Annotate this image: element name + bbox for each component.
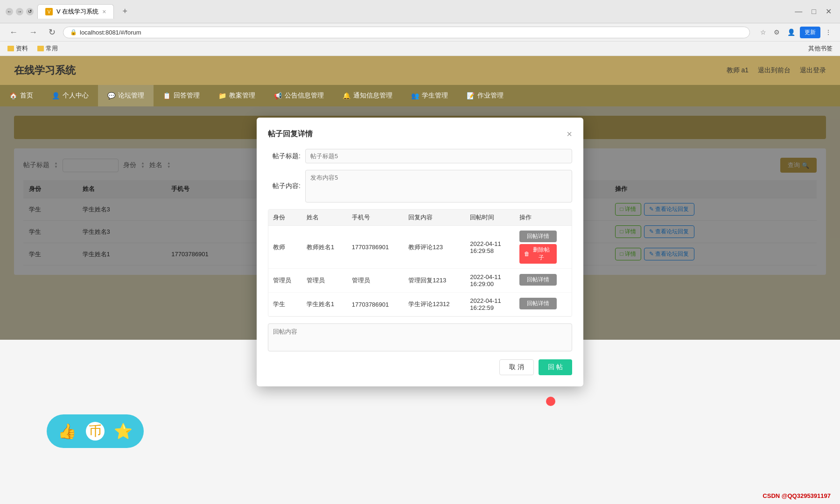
back-circle-btn[interactable]: ← bbox=[6, 8, 13, 15]
nav-label-answers: 回答管理 bbox=[174, 91, 200, 100]
nav-item-homework[interactable]: 📝 作业管理 bbox=[457, 85, 513, 106]
reply-ops-2: 回帖详情 bbox=[515, 269, 572, 293]
nav-label-home: 首页 bbox=[20, 91, 33, 100]
url-text: localhost:8081/#/forum bbox=[80, 29, 141, 36]
reply-row-2: 管理员 管理员 管理员 管理回复1213 2022-04-1116:29:00 … bbox=[268, 269, 572, 293]
reply-table-wrap: 身份 姓名 手机号 回复内容 回帖时间 操作 教师 教师姓名1 17703786… bbox=[268, 209, 572, 317]
nav-item-profile[interactable]: 👤 个人中心 bbox=[42, 85, 98, 106]
reply-col-content: 回复内容 bbox=[404, 210, 465, 226]
bookmark-item-changyong[interactable]: 常用 bbox=[35, 43, 60, 54]
minimize-button[interactable]: — bbox=[792, 7, 805, 17]
profile-button[interactable]: 👤 bbox=[784, 27, 798, 38]
folder-icon bbox=[7, 46, 14, 51]
answers-icon: 📋 bbox=[163, 92, 171, 99]
post-content-field-label: 帖子内容: bbox=[268, 182, 305, 190]
update-button[interactable]: 更新 bbox=[800, 27, 820, 38]
refresh-circle-btn[interactable]: ↺ bbox=[26, 8, 34, 15]
reply-row-1: 教师 教师姓名1 17703786901 教师评论123 2022-04-111… bbox=[268, 226, 572, 269]
reply-col-phone: 手机号 bbox=[347, 210, 404, 226]
close-button[interactable]: ✕ bbox=[823, 6, 834, 17]
browser-toolbar: ← → ↻ 🔒 localhost:8081/#/forum ☆ ⚙ 👤 更新 … bbox=[0, 23, 840, 42]
header-actions: 教师 a1 退出到前台 退出登录 bbox=[727, 66, 826, 75]
nav-label-notify: 通知信息管理 bbox=[353, 91, 392, 100]
nav-refresh-button[interactable]: ↻ bbox=[45, 26, 59, 38]
bookmark-label-changyong: 常用 bbox=[46, 44, 58, 53]
nav-item-notify[interactable]: 🔔 通知信息管理 bbox=[333, 85, 402, 106]
nav-forward-button[interactable]: → bbox=[25, 27, 41, 38]
reply-time-2: 2022-04-1116:29:00 bbox=[465, 269, 515, 293]
reply-detail-btn-1[interactable]: 回帖详情 bbox=[519, 231, 557, 242]
nav-label-lessons: 教案管理 bbox=[229, 91, 255, 100]
notify-icon: 🔔 bbox=[343, 92, 350, 99]
star-social-icon[interactable]: ⭐ bbox=[114, 422, 133, 440]
reply-ops-1: 回帖详情 🗑 删除帖子 bbox=[515, 226, 572, 269]
reply-content-2: 管理回复1213 bbox=[404, 269, 465, 293]
watermark: CSDN @QQ3295391197 bbox=[763, 492, 831, 499]
reply-content-input[interactable] bbox=[268, 323, 572, 351]
coin-icon[interactable]: 币 bbox=[86, 422, 105, 441]
bookmarks-bar: 资料 常用 其他书签 bbox=[0, 42, 840, 56]
nav-item-students[interactable]: 👥 学生管理 bbox=[402, 85, 457, 106]
nav-item-home[interactable]: 🏠 首页 bbox=[0, 85, 42, 106]
home-icon: 🏠 bbox=[9, 92, 17, 99]
nav-item-notice[interactable]: 📢 公告信息管理 bbox=[265, 85, 333, 106]
post-title-input[interactable] bbox=[305, 149, 572, 163]
thumbs-up-icon[interactable]: 👍 bbox=[58, 422, 77, 440]
other-bookmarks-label: 其他书签 bbox=[808, 44, 833, 53]
menu-button[interactable]: ⋮ bbox=[822, 27, 834, 38]
maximize-button[interactable]: □ bbox=[809, 7, 819, 17]
post-content-textarea[interactable] bbox=[305, 170, 572, 203]
header-frontend-link[interactable]: 退出到前台 bbox=[758, 66, 791, 75]
reply-content-1: 教师评论123 bbox=[404, 226, 465, 269]
reply-content-3: 学生评论12312 bbox=[404, 293, 465, 316]
bookmark-other[interactable]: 其他书签 bbox=[806, 43, 834, 54]
header-logout-link[interactable]: 退出登录 bbox=[800, 66, 826, 75]
nav-label-profile: 个人中心 bbox=[63, 91, 89, 100]
reply-ops-3: 回帖详情 bbox=[515, 293, 572, 316]
reply-header-row: 身份 姓名 手机号 回复内容 回帖时间 操作 bbox=[268, 210, 572, 226]
bookmark-item-ziliao[interactable]: 资料 bbox=[6, 43, 30, 54]
homework-icon: 📝 bbox=[467, 92, 475, 99]
new-tab-button[interactable]: + bbox=[118, 4, 132, 19]
nav-item-forum[interactable]: 💬 论坛管理 bbox=[98, 85, 154, 106]
nav-label-notice: 公告信息管理 bbox=[285, 91, 324, 100]
reply-col-ops: 操作 bbox=[515, 210, 572, 226]
reply-col-identity: 身份 bbox=[268, 210, 302, 226]
submit-reply-button[interactable]: 回 帖 bbox=[539, 359, 572, 375]
form-row-title: 帖子标题: bbox=[268, 149, 572, 163]
star-button[interactable]: ☆ bbox=[757, 27, 769, 38]
reply-table: 身份 姓名 手机号 回复内容 回帖时间 操作 教师 教师姓名1 17703786… bbox=[268, 210, 572, 316]
tab-close-icon[interactable]: × bbox=[102, 8, 106, 15]
reply-row-3: 学生 学生姓名1 17703786901 学生评论12312 2022-04-1… bbox=[268, 293, 572, 316]
browser-chrome: ← → ↺ V V 在线学习系统 × + — □ ✕ bbox=[0, 0, 840, 23]
tab-favicon: V bbox=[45, 8, 53, 15]
forum-icon: 💬 bbox=[107, 92, 115, 99]
reply-col-name: 姓名 bbox=[302, 210, 347, 226]
nav-label-forum: 论坛管理 bbox=[118, 91, 144, 100]
nav-item-answers[interactable]: 📋 回答管理 bbox=[154, 85, 209, 106]
reply-identity-1: 教师 bbox=[268, 226, 302, 269]
extensions-button[interactable]: ⚙ bbox=[771, 27, 783, 38]
notice-icon: 📢 bbox=[274, 92, 282, 99]
modal-close-button[interactable]: × bbox=[567, 129, 572, 140]
address-bar[interactable]: 🔒 localhost:8081/#/forum bbox=[63, 27, 750, 38]
browser-tab[interactable]: V V 在线学习系统 × bbox=[37, 4, 114, 19]
browser-action-buttons: ☆ ⚙ 👤 更新 ⋮ bbox=[757, 27, 834, 38]
folder-icon-2 bbox=[37, 46, 44, 51]
delete-post-btn-1[interactable]: 🗑 删除帖子 bbox=[519, 244, 557, 264]
reply-identity-2: 管理员 bbox=[268, 269, 302, 293]
header-teacher-link[interactable]: 教师 a1 bbox=[727, 66, 749, 75]
modal-title: 帖子回复详情 bbox=[268, 129, 313, 139]
cancel-button[interactable]: 取 消 bbox=[499, 359, 534, 375]
reply-time-3: 2022-04-1116:22:59 bbox=[465, 293, 515, 316]
app-nav: 🏠 首页 👤 个人中心 💬 论坛管理 📋 回答管理 📁 教案管理 📢 公告信息管… bbox=[0, 85, 840, 106]
nav-back-button[interactable]: ← bbox=[6, 27, 21, 38]
forward-circle-btn[interactable]: → bbox=[16, 8, 23, 15]
reply-phone-1: 17703786901 bbox=[347, 226, 404, 269]
nav-item-lessons[interactable]: 📁 教案管理 bbox=[209, 85, 265, 106]
modal-footer: 取 消 回 帖 bbox=[268, 359, 572, 375]
post-title-field-label: 帖子标题: bbox=[268, 152, 305, 161]
reply-detail-btn-3[interactable]: 回帖详情 bbox=[519, 298, 557, 309]
reply-detail-btn-2[interactable]: 回帖详情 bbox=[519, 274, 557, 286]
reply-phone-2: 管理员 bbox=[347, 269, 404, 293]
